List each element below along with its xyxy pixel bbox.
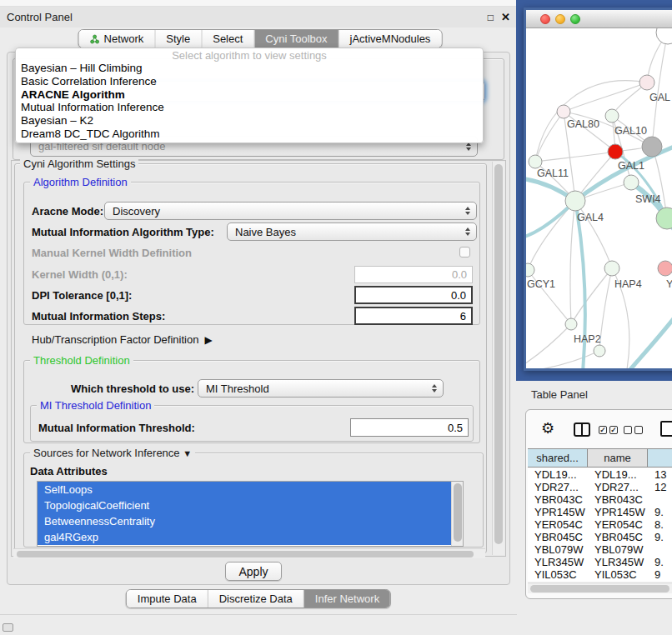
network-edge[interactable] — [626, 313, 672, 368]
network-edge[interactable] — [570, 201, 575, 324]
split-table-icon[interactable] — [574, 422, 590, 437]
algorithm-option[interactable]: Dream8 DC_TDC Algorithm — [16, 128, 483, 141]
zoom-traffic-light[interactable] — [570, 14, 580, 24]
mi-threshold-field[interactable]: 0.5 — [350, 418, 469, 437]
data-attribute-item[interactable]: BetweennessCentrality — [38, 513, 452, 529]
table-row[interactable]: YDR27...YDR27...12 — [528, 481, 672, 493]
network-node-swi4[interactable] — [624, 175, 639, 190]
tab-select[interactable]: Select — [202, 30, 254, 48]
manual-kernel-checkbox[interactable] — [459, 247, 470, 258]
table-cell: 12 — [648, 481, 672, 493]
network-view-window[interactable]: GALGAL80GAL10GAL1GAL11SWI4GAL4GCY1HAP4YH… — [524, 8, 672, 371]
algorithm-option[interactable]: Mutual Information Inference — [16, 101, 483, 114]
network-edge[interactable] — [564, 82, 647, 112]
network-canvas[interactable]: GALGAL80GAL10GAL1GAL11SWI4GAL4GCY1HAP4YH… — [526, 28, 672, 368]
combo-arrows-icon — [465, 207, 470, 215]
data-attributes-list[interactable]: SelfLoopsTopologicalCoefficientBetweenne… — [37, 481, 464, 547]
which-threshold-combo[interactable]: MI Threshold — [198, 379, 444, 398]
tab-infer-network[interactable]: Infer Network — [304, 590, 390, 608]
hub-definition-toggle[interactable]: Hub/Transcription Factor Definition ▶ — [32, 333, 213, 346]
mi-steps-field[interactable]: 6 — [354, 307, 473, 325]
aracne-mode-combo[interactable]: Discovery — [104, 202, 477, 220]
network-node-label: HAP4 — [614, 278, 642, 290]
column-header-name[interactable]: name — [588, 449, 648, 467]
table-row[interactable]: YBR043CYBR043C — [528, 493, 672, 506]
show-columns-icon[interactable]: ✓✓ — [599, 426, 618, 434]
algorithm-option[interactable]: ARACNE Algorithm — [16, 88, 483, 102]
data-attribute-item[interactable]: gal4RGexp — [38, 529, 452, 545]
list-vertical-scrollbar[interactable] — [451, 482, 463, 546]
table-row[interactable]: YIL053CYIL053C9 — [528, 568, 672, 581]
table-cell: YDR27... — [528, 481, 588, 493]
data-attribute-item[interactable]: TopologicalCoefficient — [38, 498, 452, 513]
network-node-y[interactable] — [658, 261, 672, 276]
control-panel-bottom-edge — [0, 614, 517, 615]
mi-type-combo[interactable]: Naive Bayes — [227, 222, 477, 241]
expanded-arrow-icon: ▼ — [183, 448, 192, 458]
algorithm-option[interactable]: Basic Correlation Inference — [16, 75, 483, 88]
algorithm-option[interactable]: Bayesian – Hill Climbing — [16, 62, 483, 75]
network-node[interactable] — [594, 345, 605, 357]
apply-button[interactable]: Apply — [225, 562, 282, 581]
hide-columns-icon[interactable] — [624, 426, 643, 434]
tab-network[interactable]: Network — [79, 30, 156, 48]
network-edge[interactable] — [652, 32, 668, 147]
network-edge[interactable] — [535, 112, 564, 162]
network-node-hap4[interactable] — [604, 261, 619, 276]
data-attribute-item[interactable]: SelfLoops — [38, 482, 452, 498]
network-edge[interactable] — [599, 268, 612, 351]
network-node-gal4[interactable] — [565, 191, 585, 211]
table-row[interactable]: YBL079WYBL079W — [528, 543, 672, 556]
network-node-gal[interactable] — [639, 75, 654, 90]
table-cell: YDL19... — [588, 468, 648, 481]
tab-cyni-toolbox[interactable]: Cyni Toolbox — [254, 30, 339, 48]
tab-discretize-data[interactable]: Discretize Data — [208, 590, 304, 608]
network-node[interactable] — [642, 137, 662, 157]
table-row[interactable]: YPR145WYPR145W9. — [528, 506, 672, 518]
control-panel-title: Control Panel — [7, 11, 73, 23]
minimize-traffic-light[interactable] — [555, 14, 565, 24]
column-header-cut[interactable] — [648, 449, 672, 467]
list-horizontal-scrollbar[interactable] — [13, 548, 485, 558]
table-horizontal-scrollbar[interactable] — [528, 582, 672, 593]
table-cell — [648, 543, 672, 556]
hub-definition-label: Hub/Transcription Factor Definition — [32, 333, 198, 346]
network-edge[interactable] — [526, 351, 599, 368]
table-cell: YBL079W — [528, 543, 588, 556]
close-traffic-light[interactable] — [540, 14, 550, 24]
kernel-width-field[interactable]: 0.0 — [354, 266, 473, 283]
network-node-gcy1[interactable] — [526, 263, 534, 277]
network-node-gal10[interactable] — [605, 109, 619, 122]
sources-title[interactable]: Sources for Network Inference ▼ — [30, 447, 195, 459]
table-row[interactable]: YLR345WYLR345W9. — [528, 556, 672, 568]
gear-icon[interactable]: ⚙ — [541, 421, 554, 436]
float-window-icon[interactable]: □ — [488, 12, 494, 23]
table-cell: YER054C — [528, 518, 588, 531]
table-row[interactable]: YER054CYER054C8. — [528, 518, 672, 531]
network-icon — [90, 34, 100, 44]
tab-impute-data[interactable]: Impute Data — [127, 590, 208, 608]
table-row[interactable]: YBR045CYBR045C9. — [528, 531, 672, 543]
algorithm-option[interactable]: Bayesian – K2 — [16, 114, 483, 128]
network-node-hap2[interactable] — [565, 318, 577, 330]
network-node-gal80[interactable] — [557, 105, 570, 118]
mi-threshold-label: Mutual Information Threshold: — [38, 422, 195, 434]
close-icon[interactable]: ✕ — [501, 11, 510, 23]
tab-style[interactable]: Style — [155, 30, 202, 48]
column-header-shared-name[interactable]: shared... — [528, 449, 588, 467]
network-edge[interactable] — [528, 201, 575, 270]
network-window-titlebar[interactable] — [526, 10, 672, 28]
settings-vertical-scrollbar[interactable] — [492, 162, 504, 555]
network-node-gal11[interactable] — [529, 155, 542, 168]
dpi-tolerance-field[interactable]: 0.0 — [354, 286, 473, 304]
network-node-gal1[interactable] — [608, 144, 623, 159]
table-row[interactable]: YDL19...YDL19...13 — [528, 468, 672, 481]
network-edge[interactable] — [535, 152, 615, 162]
control-panel-tabs: Network Style Select Cyni Toolbox jActiv… — [78, 29, 443, 48]
tab-jactivemnodules[interactable]: jActiveMNodules — [339, 30, 442, 48]
network-edge[interactable] — [571, 268, 612, 324]
export-table-icon[interactable] — [660, 421, 672, 437]
network-node[interactable] — [656, 28, 672, 44]
window-resize-grip[interactable] — [3, 623, 13, 632]
network-edge[interactable] — [526, 324, 571, 366]
